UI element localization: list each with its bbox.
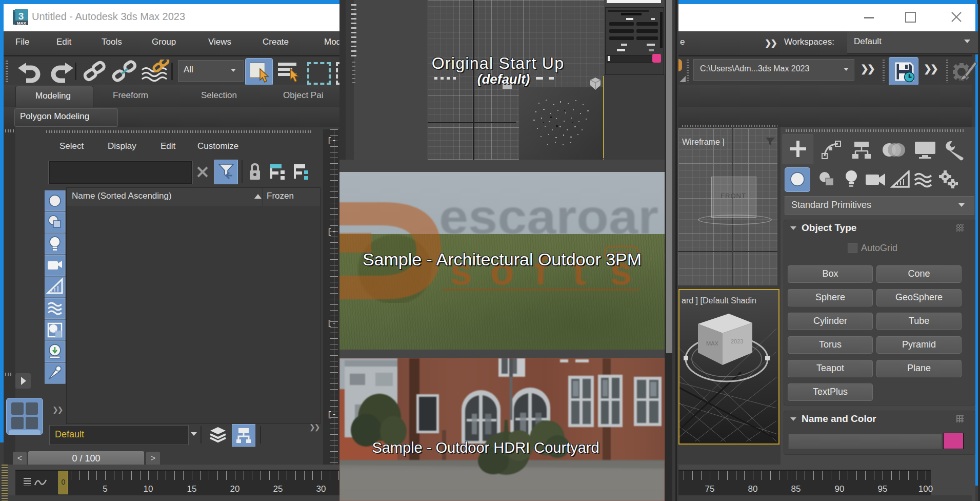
svg-text:MAX: MAX: [706, 340, 719, 346]
svg-text:3: 3: [18, 11, 24, 22]
svg-text:escaroar: escaroar: [439, 189, 658, 244]
svg-text:2023: 2023: [731, 338, 743, 344]
svg-text:MAX: MAX: [17, 21, 26, 26]
